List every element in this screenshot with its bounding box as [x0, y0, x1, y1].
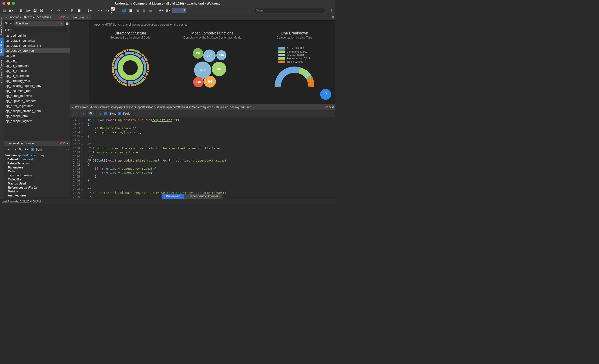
- side-tab-project-browser[interactable]: Project Browser: [0, 14, 4, 38]
- split-h-icon[interactable]: ⊟: [141, 8, 147, 13]
- expand-icon[interactable]: ›: [5, 166, 7, 169]
- calls-label[interactable]: Calls: [8, 169, 15, 174]
- info-star-icon[interactable]: ★▾: [24, 148, 29, 151]
- sync-checkbox[interactable]: ✓: [31, 148, 34, 151]
- clipboard-icon[interactable]: 📋: [128, 8, 133, 13]
- tab-close-icon[interactable]: ✕: [86, 16, 88, 19]
- list-item[interactable]: ap_die: [4, 53, 70, 58]
- info-fwd-icon[interactable]: →▾: [12, 148, 17, 151]
- info-more-icon[interactable]: ≫: [65, 148, 69, 151]
- save-all-icon[interactable]: 🖫: [39, 8, 44, 13]
- doc-icon[interactable]: 🗎: [19, 8, 24, 13]
- list-item[interactable]: ap_dump_mutexes: [4, 93, 70, 98]
- defined-in-val[interactable]: request.c: [23, 157, 35, 161]
- chevron-down-icon[interactable]: ⌄: [5, 16, 8, 19]
- close-panel-icon[interactable]: ✕: [66, 142, 69, 145]
- pin-icon[interactable]: 📌: [59, 142, 63, 145]
- paste-icon[interactable]: 📋: [76, 8, 81, 13]
- tab-previewer[interactable]: Previewer: [162, 194, 184, 199]
- list-item[interactable]: ap_default_log_writer: [4, 38, 70, 43]
- expand-icon[interactable]: ›: [5, 178, 7, 181]
- prev-search-icon[interactable]: 🔍: [88, 111, 94, 116]
- code-area[interactable]: 2481 2482 2483 2484 2485 2486 2487 2488 …: [70, 117, 335, 199]
- back-icon[interactable]: ←▾: [97, 8, 103, 13]
- save-icon[interactable]: 💾: [32, 8, 37, 13]
- chevron-down-icon[interactable]: ⌄: [5, 142, 8, 145]
- sync-checkbox[interactable]: ✓: [104, 112, 107, 115]
- tabs-menu-icon[interactable]: ☰: [330, 14, 335, 20]
- options-icon[interactable]: ☰: [66, 22, 69, 25]
- tab-welcome[interactable]: Welcome ✕: [70, 14, 91, 20]
- single-pane-icon[interactable]: ▭: [148, 8, 153, 13]
- list-item[interactable]: ap_dir_fnmatch: [4, 68, 70, 73]
- expand-icon[interactable]: ⌄: [5, 170, 7, 173]
- prev-open-icon[interactable]: 🗁: [96, 111, 102, 116]
- chevron-down-icon[interactable]: ⌄: [72, 106, 74, 109]
- list-item[interactable]: ap_destroy_sub_req: [4, 48, 70, 53]
- code-body[interactable]: AP_DECLARE(void) ap_destroy_sub_req(requ…: [85, 117, 335, 199]
- info-search-icon[interactable]: 🔍: [18, 148, 22, 151]
- list-item[interactable]: ap_die_r: [4, 58, 70, 63]
- undo-icon[interactable]: ↶: [49, 8, 55, 13]
- prev-back-icon[interactable]: ←: [72, 111, 78, 116]
- parameters-label[interactable]: Parameters: [8, 166, 24, 170]
- expand-icon[interactable]: ›: [5, 186, 7, 189]
- show-dropdown[interactable]: Functions ⇅: [14, 21, 64, 26]
- popout-icon[interactable]: ⧉: [329, 106, 331, 109]
- expand-icon[interactable]: ›: [5, 190, 7, 193]
- redo-icon[interactable]: ↷: [56, 8, 61, 13]
- list-item[interactable]: ap_dir_cfgmatch: [4, 63, 70, 68]
- list-item[interactable]: ap_duplicate_listeners: [4, 98, 70, 103]
- popout-icon[interactable]: ⧉: [63, 142, 66, 145]
- expand-icon[interactable]: ›: [5, 194, 7, 197]
- copy-icon[interactable]: ⎘: [70, 8, 75, 13]
- filter-input[interactable]: [14, 28, 69, 32]
- search-input[interactable]: [254, 8, 325, 13]
- list-item[interactable]: ap_escape_errorlog_item: [4, 108, 70, 113]
- tab-dependency-browser[interactable]: Dependency Browser: [184, 194, 222, 199]
- list-item[interactable]: ap_directory_walk: [4, 78, 70, 83]
- expand-icon[interactable]: ›: [5, 182, 7, 185]
- cut-icon[interactable]: ✂: [63, 8, 68, 13]
- metrics-label[interactable]: Metrics: [8, 190, 18, 194]
- folder-open-icon[interactable]: 🗁▾: [25, 8, 31, 13]
- list-item[interactable]: ap_dir_nofnmatch: [4, 73, 70, 78]
- list-item[interactable]: ap_discard_request_body: [4, 83, 70, 88]
- side-tab-entity-filter[interactable]: Entity Filter: [0, 38, 4, 56]
- list-item[interactable]: ap_document_root: [4, 88, 70, 93]
- forward-icon[interactable]: →▾: [104, 8, 109, 13]
- export-icon[interactable]: ⤓▾: [87, 8, 92, 13]
- doc-drop-icon[interactable]: 🗎▾: [165, 8, 171, 13]
- arch-label[interactable]: Architectures: [8, 194, 26, 198]
- pin-icon[interactable]: 📌: [59, 16, 63, 19]
- globe-icon[interactable]: 🌐: [121, 8, 126, 13]
- prev-fwd-icon[interactable]: →: [80, 111, 86, 116]
- close-panel-icon[interactable]: ✕: [66, 16, 69, 19]
- info-back-icon[interactable]: ←▾: [5, 148, 10, 151]
- side-tab-architecture-browser[interactable]: Architecture Browser: [0, 56, 4, 85]
- calledby-label[interactable]: Called By: [8, 178, 21, 182]
- func-name[interactable]: ap_destroy_sub_req: [18, 153, 44, 157]
- macros-label[interactable]: Macros Used: [8, 182, 26, 186]
- list-item[interactable]: ap_error_log2stderr: [4, 103, 70, 108]
- list-item[interactable]: ap_dbd_sql_init: [4, 33, 70, 38]
- functions-list[interactable]: ap_dbd_sql_initap_default_log_writerap_d…: [4, 33, 70, 140]
- list-item[interactable]: ap_escape_html2: [4, 113, 70, 119]
- open-icon[interactable]: ▣▾: [8, 8, 13, 13]
- pin-icon[interactable]: 📌: [325, 106, 328, 109]
- star-icon[interactable]: ★▾: [159, 8, 164, 13]
- close-panel-icon[interactable]: ✕: [332, 106, 334, 109]
- graph-icon[interactable]: 📈▾: [111, 8, 116, 13]
- refs-label[interactable]: References: [8, 186, 24, 190]
- prefer-checkbox[interactable]: ✓: [118, 112, 121, 115]
- scroll-top-button[interactable]: ⌃: [320, 89, 331, 100]
- popout-icon[interactable]: ⧉: [63, 16, 66, 19]
- list-item[interactable]: ap_default_log_writer_init: [4, 43, 70, 48]
- help-icon[interactable]: ?: [329, 8, 334, 13]
- mode-dropdown[interactable]: [172, 8, 186, 13]
- fold-column[interactable]: ⊟ ⊟ ⊟ ⊟ ⊟ ⊟ ⊟ ⊟: [82, 117, 85, 199]
- split-v-icon[interactable]: ◫: [135, 8, 140, 13]
- list-item[interactable]: ap_escape_logitem: [4, 119, 70, 124]
- call-item[interactable]: apr_pool_destroy: [10, 174, 32, 178]
- new-file-icon[interactable]: ▤: [1, 8, 7, 13]
